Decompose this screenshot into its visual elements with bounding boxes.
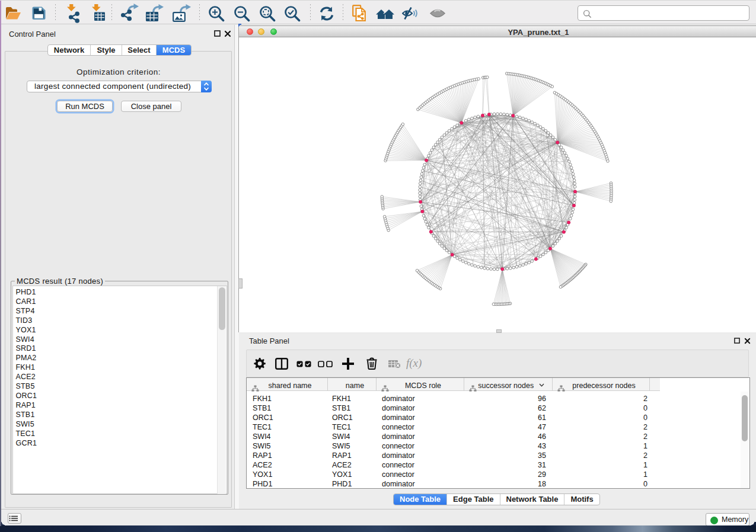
svg-text:f(x): f(x) bbox=[406, 358, 422, 370]
